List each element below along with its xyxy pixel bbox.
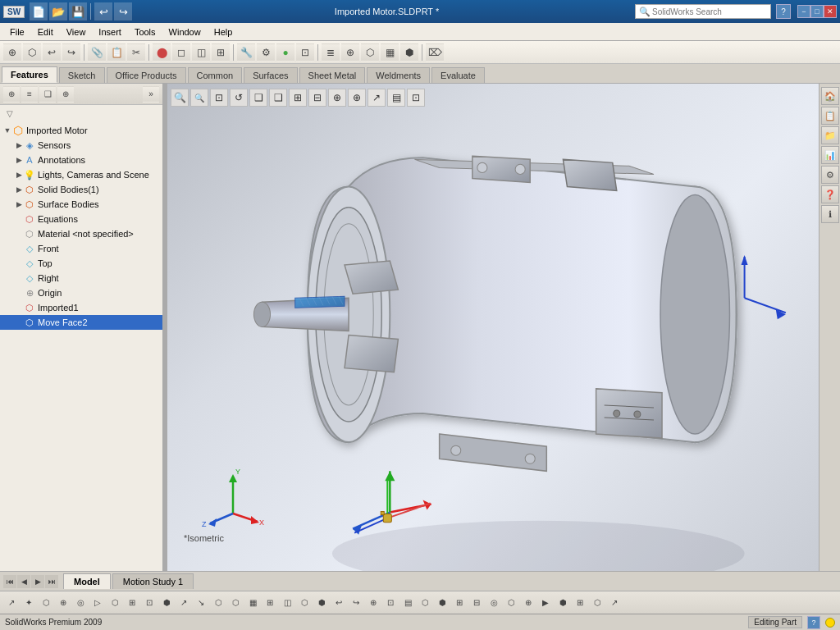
bt-3[interactable]: ⬡	[38, 595, 54, 611]
open-button[interactable]: 📂	[49, 2, 67, 21]
tree-lights[interactable]: ▶ 💡 Lights, Cameras and Scene	[0, 167, 162, 182]
vp-zoom-out[interactable]: 🔍	[190, 89, 208, 107]
r-icon-7[interactable]: ℹ	[821, 205, 839, 223]
vp-display3[interactable]: ⊡	[407, 89, 425, 107]
bt-25[interactable]: ⬡	[417, 595, 433, 611]
tab-sheet-metal[interactable]: Sheet Metal	[299, 67, 366, 83]
tool-21[interactable]: ⌦	[426, 43, 444, 62]
tool-20[interactable]: ⬢	[400, 43, 418, 62]
bottom-tab-model[interactable]: Model	[63, 573, 111, 589]
tree-sensors[interactable]: ▶ ◈ Sensors	[0, 138, 162, 153]
tool-6[interactable]: 📋	[107, 43, 126, 62]
menu-edit[interactable]: Edit	[31, 25, 60, 39]
vp-view5[interactable]: ⊕	[328, 89, 346, 107]
bt-9[interactable]: ⊡	[141, 595, 158, 611]
menu-file[interactable]: File	[3, 25, 31, 39]
vp-rotate[interactable]: ↺	[230, 89, 248, 107]
tree-annotations[interactable]: ▶ A Annotations	[0, 153, 162, 167]
tree-material[interactable]: ⬡ Material <not specified>	[0, 226, 162, 241]
bt-16[interactable]: ⊞	[262, 595, 278, 611]
playback-prev[interactable]: ◀	[17, 575, 30, 588]
panel-tool-1[interactable]: ⊕	[3, 86, 20, 103]
bt-5[interactable]: ◎	[72, 595, 89, 611]
tab-weldments[interactable]: Weldments	[367, 67, 430, 83]
vp-view6[interactable]: ⊕	[348, 89, 366, 107]
r-icon-3[interactable]: 📁	[821, 126, 839, 144]
tool-15[interactable]: ⊡	[296, 43, 314, 62]
bt-12[interactable]: ↘	[193, 595, 209, 611]
playback-end[interactable]: ⏭	[45, 575, 58, 588]
tree-solid-bodies[interactable]: ▶ ⬡ Solid Bodies(1)	[0, 182, 162, 197]
bt-21[interactable]: ↪	[348, 595, 364, 611]
search-box[interactable]: 🔍	[635, 4, 771, 19]
vp-view3[interactable]: ⊞	[289, 89, 307, 107]
tool-2[interactable]: ⬡	[23, 43, 41, 62]
panel-tool-3[interactable]: ❑	[39, 86, 56, 103]
filter-item[interactable]: ▽	[0, 105, 162, 121]
tool-4[interactable]: ↪	[62, 43, 80, 62]
tool-1[interactable]: ⊕	[3, 43, 21, 62]
bt-22[interactable]: ⊕	[365, 595, 381, 611]
panel-expand[interactable]: »	[143, 86, 159, 103]
bt-13[interactable]: ⬡	[210, 595, 226, 611]
tool-3[interactable]: ↩	[43, 43, 61, 62]
bt-14[interactable]: ⬡	[227, 595, 244, 611]
maximize-button[interactable]: □	[810, 5, 824, 18]
tool-19[interactable]: ▦	[381, 43, 399, 62]
bt-34[interactable]: ⊞	[572, 595, 588, 611]
tree-front[interactable]: ◇ Front	[0, 241, 162, 256]
tab-sketch[interactable]: Sketch	[59, 67, 105, 83]
tree-surface-bodies[interactable]: ▶ ⬡ Surface Bodies	[0, 197, 162, 212]
playback-start[interactable]: ⏮	[3, 575, 16, 588]
menu-insert[interactable]: Insert	[92, 25, 128, 39]
tab-evaluate[interactable]: Evaluate	[431, 67, 485, 83]
panel-tool-4[interactable]: ⊕	[57, 86, 74, 103]
bt-7[interactable]: ⬡	[107, 595, 123, 611]
minimize-button[interactable]: −	[797, 5, 810, 18]
vp-zoom-fit[interactable]: ⊡	[210, 89, 228, 107]
redo-button[interactable]: ↪	[114, 2, 132, 21]
help-button[interactable]: ?	[776, 4, 791, 19]
tab-office-products[interactable]: Office Products	[107, 67, 186, 83]
bt-24[interactable]: ▤	[399, 595, 416, 611]
tree-imported1[interactable]: ⬡ Imported1	[0, 300, 162, 315]
bt-30[interactable]: ⬡	[503, 595, 519, 611]
panel-tool-2[interactable]: ≡	[21, 86, 38, 103]
r-icon-6[interactable]: ❓	[821, 185, 839, 203]
bt-17[interactable]: ◫	[279, 595, 295, 611]
tab-common[interactable]: Common	[188, 67, 243, 83]
tool-17[interactable]: ⊕	[341, 43, 359, 62]
bt-28[interactable]: ⊟	[468, 595, 485, 611]
bt-10[interactable]: ⬢	[158, 595, 175, 611]
bt-36[interactable]: ↗	[606, 595, 623, 611]
bt-18[interactable]: ⬡	[296, 595, 313, 611]
tool-8[interactable]: ⬤	[153, 43, 171, 62]
bt-15[interactable]: ▦	[244, 595, 261, 611]
tool-7[interactable]: ✂	[127, 43, 145, 62]
r-icon-5[interactable]: ⚙	[821, 166, 839, 184]
tree-right[interactable]: ◇ Right	[0, 271, 162, 285]
menu-view[interactable]: View	[60, 25, 93, 39]
tree-root[interactable]: ▼ ⬡ Imported Motor	[0, 123, 162, 138]
bt-1[interactable]: ↗	[3, 595, 20, 611]
close-button[interactable]: ✕	[824, 5, 837, 18]
tool-18[interactable]: ⬡	[361, 43, 379, 62]
tab-features[interactable]: Features	[2, 66, 57, 83]
new-button[interactable]: 📄	[30, 2, 48, 21]
undo-button[interactable]: ↩	[94, 2, 112, 21]
vp-view1[interactable]: ❑	[249, 89, 267, 107]
search-input[interactable]	[652, 7, 767, 16]
bt-26[interactable]: ⬢	[434, 595, 450, 611]
vp-view4[interactable]: ⊟	[308, 89, 326, 107]
tab-surfaces[interactable]: Surfaces	[244, 67, 297, 83]
bt-11[interactable]: ↗	[176, 595, 192, 611]
tree-top[interactable]: ◇ Top	[0, 256, 162, 271]
bt-20[interactable]: ↩	[331, 595, 347, 611]
bottom-tab-motion-study[interactable]: Motion Study 1	[112, 573, 194, 589]
bt-6[interactable]: ▷	[89, 595, 106, 611]
tool-13[interactable]: ⚙	[257, 43, 275, 62]
bt-8[interactable]: ⊞	[124, 595, 140, 611]
bt-29[interactable]: ◎	[486, 595, 502, 611]
bt-4[interactable]: ⊕	[55, 595, 71, 611]
r-icon-1[interactable]: 🏠	[821, 87, 839, 105]
